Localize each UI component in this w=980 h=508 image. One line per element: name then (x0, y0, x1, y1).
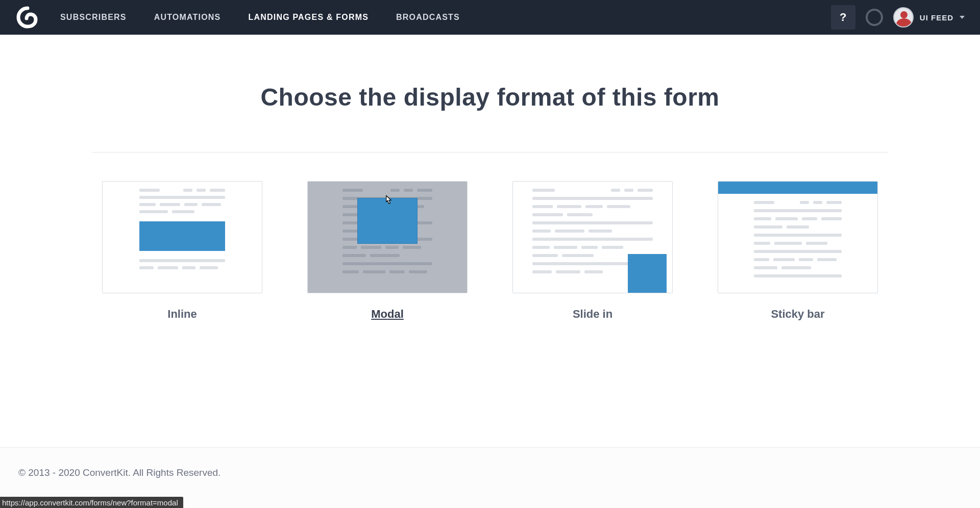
slide-in-form-icon (628, 254, 667, 293)
option-sticky-bar[interactable]: Sticky bar (718, 181, 878, 321)
preview-sticky-bar (718, 181, 878, 293)
option-label-slide-in: Slide in (573, 308, 612, 321)
user-menu[interactable]: UI FEED (893, 7, 965, 28)
top-nav: SUBSCRIBERS AUTOMATIONS LANDING PAGES & … (0, 0, 980, 35)
nav-broadcasts[interactable]: BROADCASTS (396, 13, 460, 22)
nav-automations[interactable]: AUTOMATIONS (154, 13, 221, 22)
search-icon[interactable] (866, 9, 883, 26)
option-label-inline: Inline (167, 308, 197, 321)
inline-form-icon (139, 221, 225, 251)
user-label: UI FEED (920, 13, 953, 22)
brand-logo[interactable] (15, 5, 40, 30)
format-options: Inline Modal (92, 181, 888, 321)
browser-status-url: https://app.convertkit.com/forms/new?for… (0, 497, 183, 508)
avatar (893, 7, 914, 28)
sticky-bar-form-icon (718, 182, 877, 194)
option-inline[interactable]: Inline (102, 181, 262, 321)
preview-slide-in (512, 181, 673, 293)
option-label-sticky-bar: Sticky bar (771, 308, 824, 321)
page-title: Choose the display format of this form (92, 83, 888, 111)
preview-inline (102, 181, 262, 293)
nav-links: SUBSCRIBERS AUTOMATIONS LANDING PAGES & … (60, 13, 460, 22)
nav-landing-pages-forms[interactable]: LANDING PAGES & FORMS (249, 13, 369, 22)
chevron-down-icon (960, 16, 965, 19)
help-button[interactable]: ? (831, 5, 855, 30)
cursor-pointer-icon (383, 195, 394, 207)
main-content: Choose the display format of this form I… (0, 83, 980, 321)
nav-right: ? UI FEED (831, 5, 965, 30)
divider (92, 152, 888, 153)
preview-modal (307, 181, 468, 293)
option-modal[interactable]: Modal (307, 181, 468, 321)
logo-icon (15, 5, 40, 30)
option-slide-in[interactable]: Slide in (512, 181, 673, 321)
copyright-text: © 2013 - 2020 ConvertKit. All Rights Res… (18, 467, 962, 478)
nav-subscribers[interactable]: SUBSCRIBERS (60, 13, 127, 22)
option-label-modal: Modal (371, 308, 404, 321)
